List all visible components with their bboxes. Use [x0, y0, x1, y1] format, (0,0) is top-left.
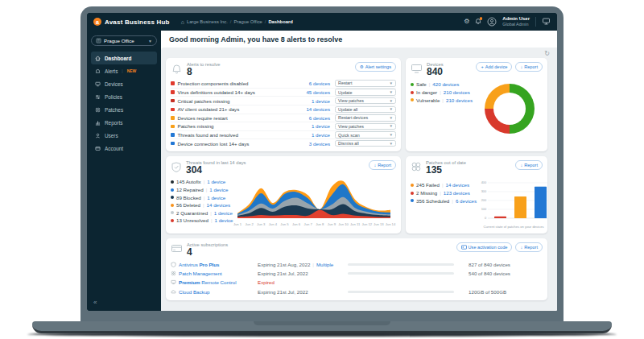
- multiple-link[interactable]: Multiple: [310, 262, 333, 267]
- severity-icon: [171, 81, 175, 85]
- devices-link[interactable]: 123 devices: [437, 190, 470, 196]
- sidebar-collapse-button[interactable]: «: [91, 299, 157, 308]
- sidebar-item-devices[interactable]: Devices: [91, 77, 157, 90]
- subscription-usage: 827 of 840 devices: [460, 262, 543, 267]
- subscriptions-card: Active subscriptions 4 Use activation co…: [166, 238, 547, 300]
- devices-link[interactable]: 45 devices: [291, 89, 330, 95]
- cloud-icon: [171, 289, 179, 295]
- sidebar-item-policies[interactable]: Policies: [91, 90, 157, 103]
- severity-icon: [171, 125, 175, 129]
- card-title: Active subscriptions: [187, 242, 228, 247]
- credit-card-icon: [171, 243, 183, 254]
- alerts-card: Alerts to resolve 8 ⚙ Alert settings: [166, 58, 401, 151]
- devices-link[interactable]: 6 devices: [291, 81, 330, 86]
- sidebar-item-patches[interactable]: Patches: [91, 103, 157, 116]
- subscription-name[interactable]: Patch Management: [179, 271, 258, 276]
- action-select[interactable]: Quick scan▼: [335, 131, 396, 138]
- action-select[interactable]: View patches▼: [335, 97, 396, 104]
- alert-row: AV client outdated 21+ days14 devicesUpd…: [171, 105, 396, 114]
- action-select[interactable]: Update all▼: [335, 106, 396, 113]
- svg-text:Jun 12: Jun 12: [361, 222, 372, 226]
- devices-link[interactable]: 1 device: [204, 187, 229, 192]
- sidebar-item-reports[interactable]: Reports: [91, 116, 157, 129]
- user-role: Global Admin: [502, 22, 530, 27]
- user-menu[interactable]: Admin User Global Admin: [502, 16, 530, 27]
- svg-text:300: 300: [481, 191, 486, 194]
- sidebar-item-users[interactable]: Users: [91, 129, 157, 142]
- patches-icon: [411, 161, 422, 172]
- sidebar-item-alerts[interactable]: Alerts | NEW: [91, 64, 157, 77]
- devices-link[interactable]: 1 device: [208, 217, 233, 223]
- devices-link[interactable]: 1 device: [208, 210, 233, 216]
- severity-icon: [171, 99, 175, 103]
- devices-link[interactable]: 210 devices: [437, 89, 470, 95]
- download-icon: ↓: [374, 163, 376, 167]
- alert-settings-button[interactable]: ⚙ Alert settings: [355, 62, 396, 72]
- sidebar: Prague Office ▼ Dashboard Alerts | NEW: [87, 31, 161, 311]
- threats-count: 304: [186, 165, 246, 176]
- action-select[interactable]: View patches▼: [335, 123, 396, 130]
- devices-link[interactable]: 420 devices: [427, 81, 460, 87]
- sidebar-item-account[interactable]: Account: [91, 142, 157, 155]
- action-select[interactable]: Restart devices▼: [335, 114, 396, 121]
- report-button[interactable]: ↓Report: [515, 242, 543, 252]
- svg-text:100: 100: [481, 209, 486, 212]
- devices-link[interactable]: 14 devices: [440, 182, 469, 188]
- sidebar-item-dashboard[interactable]: Dashboard: [91, 52, 157, 64]
- report-button[interactable]: ↓Report: [515, 160, 543, 170]
- alert-row: Patches missing1 deviceView patches▼: [171, 122, 396, 130]
- devices-link[interactable]: 14 devices: [291, 106, 330, 112]
- subscription-row: Premium Remote Control Expired: [171, 278, 543, 287]
- action-select[interactable]: Restart▼: [335, 80, 396, 86]
- devices-link[interactable]: 6 devices: [449, 198, 477, 204]
- svg-text:Jun 10: Jun 10: [338, 222, 349, 226]
- refresh-icon[interactable]: ↻: [544, 51, 550, 57]
- office-building-icon: [96, 38, 101, 43]
- site-selector[interactable]: Prague Office ▼: [91, 35, 157, 46]
- download-icon: ↓: [520, 64, 522, 69]
- action-select[interactable]: Dismiss all▼: [335, 140, 396, 147]
- legend-item: In danger210 devices: [411, 89, 473, 97]
- devices-card: Devices 840 +Add device ↓Report: [406, 58, 547, 151]
- devices-link[interactable]: 210 devices: [440, 97, 473, 103]
- report-button[interactable]: ↓Report: [369, 160, 396, 170]
- devices-link[interactable]: 3 devices: [291, 141, 330, 147]
- add-device-button[interactable]: +Add device: [476, 62, 512, 72]
- devices-link[interactable]: 1 device: [291, 98, 330, 104]
- legend-item: 2 Missing123 devices: [411, 189, 477, 197]
- svg-text:Jun 4: Jun 4: [269, 222, 278, 226]
- sliders-icon: [95, 94, 101, 100]
- usage-progress-bar: [348, 263, 454, 266]
- notifications-bell-icon[interactable]: [475, 18, 481, 25]
- subscription-name[interactable]: Cloud Backup: [179, 289, 258, 295]
- usage-progress-bar: [348, 291, 454, 293]
- report-button[interactable]: ↓Report: [515, 62, 543, 72]
- devices-link[interactable]: 14 devices: [200, 202, 230, 208]
- devices-link[interactable]: 1 device: [201, 195, 226, 201]
- sidebar-item-label: Reports: [105, 120, 122, 126]
- home-icon: [95, 56, 101, 61]
- devices-count: 840: [427, 67, 444, 77]
- devices-link[interactable]: 6 devices: [291, 115, 330, 121]
- action-select[interactable]: Update▼: [335, 89, 396, 95]
- subscription-name[interactable]: Antivirus Pro Plus: [179, 262, 258, 267]
- device-console-icon[interactable]: [542, 17, 551, 26]
- legend-item: Vulnerable210 devices: [411, 96, 473, 104]
- settings-gear-icon[interactable]: ⚙: [464, 19, 469, 25]
- sidebar-item-label: Devices: [105, 81, 123, 87]
- breadcrumb-root[interactable]: Large Business Inc.: [187, 19, 228, 24]
- subscription-name[interactable]: Premium Remote Control: [179, 279, 258, 285]
- legend-item: Safe420 devices: [411, 81, 473, 89]
- laptop-notch: [254, 321, 390, 325]
- laptop-mockup: a Avast Business Hub ⌂ Large Business In…: [0, 0, 644, 339]
- breadcrumb-mid[interactable]: Prague Office: [233, 19, 262, 24]
- user-avatar[interactable]: [487, 17, 497, 27]
- use-activation-code-button[interactable]: Use activation code: [456, 242, 513, 252]
- devices-link[interactable]: 1 device: [201, 179, 226, 184]
- sidebar-item-label: Patches: [105, 107, 123, 113]
- reports-chart-icon: [95, 120, 101, 126]
- account-card-icon: [95, 146, 101, 151]
- devices-link[interactable]: 1 device: [291, 123, 330, 129]
- home-icon: ⌂: [181, 19, 184, 25]
- devices-link[interactable]: 1 device: [291, 132, 330, 138]
